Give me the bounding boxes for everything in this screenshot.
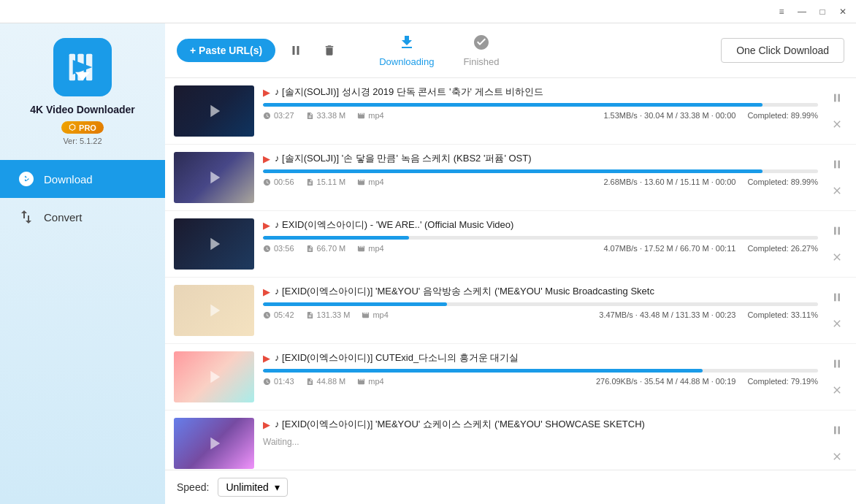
item-info: ▶ ♪ [EXID(이엑스아이디)] 'ME&YOU' 음악방송 스케치 ('M… xyxy=(263,285,818,336)
speed-label: Speed: xyxy=(177,481,209,493)
item-actions xyxy=(827,152,847,203)
svg-rect-18 xyxy=(834,427,836,435)
close-item-icon xyxy=(831,118,843,130)
main-content: + Paste URL(s) Downloa xyxy=(165,23,856,504)
svg-rect-19 xyxy=(838,427,840,435)
pause-item-icon xyxy=(831,92,843,104)
tab-finished[interactable]: Finished xyxy=(448,31,513,70)
minimize-button[interactable]: — xyxy=(795,4,809,19)
item-title: ▶ ♪ EXID(이엑스아이디) - 'WE ARE..' (Official … xyxy=(263,218,818,232)
sidebar-item-download[interactable]: Download xyxy=(0,160,165,198)
one-click-download-button[interactable]: One Click Download xyxy=(721,38,844,63)
duration: 01:43 xyxy=(263,377,294,386)
completed-text: Completed: 33.11% xyxy=(747,310,818,319)
progress-bar xyxy=(263,169,763,173)
item-info: ▶ ♪ EXID(이엑스아이디) - 'WE ARE..' (Official … xyxy=(263,218,818,270)
remove-item-button[interactable] xyxy=(827,446,847,467)
item-meta: 01:43 44.88 M mp4 276.09KB/s · 35.54 M /… xyxy=(263,377,818,386)
progress-bar-container xyxy=(263,236,818,240)
convert-nav-icon xyxy=(18,208,35,226)
logo-icon xyxy=(64,49,101,85)
item-info: ▶ ♪ [솔지(SOLJI)] '손 닿을 만큼' 녹음 스케치 (KBS2 '… xyxy=(263,152,818,203)
progress-bar xyxy=(263,103,763,107)
svg-rect-8 xyxy=(834,94,836,102)
video-icon: ▶ xyxy=(263,286,270,297)
pause-icon xyxy=(289,44,302,57)
thumbnail xyxy=(174,418,254,469)
pause-item-button[interactable] xyxy=(827,221,847,241)
speed-bar: Speed: Unlimited ▾ xyxy=(165,470,856,504)
format: mp4 xyxy=(357,177,383,186)
item-actions xyxy=(827,418,847,469)
waiting-text: Waiting... xyxy=(263,437,818,447)
table-row: ▶ ♪ [솔지(SOLJI)] '손 닿을 만큼' 녹음 스케치 (KBS2 '… xyxy=(165,145,856,211)
remove-item-button[interactable] xyxy=(827,180,847,201)
completed-text: Completed: 89.99% xyxy=(747,177,818,186)
delete-button[interactable] xyxy=(316,37,343,64)
svg-rect-13 xyxy=(838,227,840,235)
speed-value: Unlimited xyxy=(226,481,268,493)
title-bar: ≡ — □ ✕ xyxy=(0,0,856,23)
svg-rect-17 xyxy=(838,360,840,368)
svg-rect-6 xyxy=(293,46,295,55)
app-body: 4K Video Downloader ⬡ PRO Ver: 5.1.22 Do… xyxy=(0,23,856,504)
speed-info: 4.07MB/s · 17.52 M / 66.70 M · 00:11 xyxy=(603,244,735,253)
format: mp4 xyxy=(357,111,383,120)
filesize: 33.38 M xyxy=(306,111,346,120)
pro-label: PRO xyxy=(79,123,96,132)
completed-text: Completed: 79.19% xyxy=(747,377,818,386)
pro-icon: ⬡ xyxy=(69,123,76,132)
pause-item-icon xyxy=(831,225,843,237)
speed-info: 3.47MB/s · 43.48 M / 131.33 M · 00:23 xyxy=(599,310,735,319)
remove-item-button[interactable] xyxy=(827,247,847,267)
pause-item-icon xyxy=(831,358,843,370)
progress-bar xyxy=(263,369,703,373)
pause-item-button[interactable] xyxy=(827,287,847,308)
pause-item-button[interactable] xyxy=(827,154,847,175)
item-meta: 00:56 15.11 M mp4 2.68MB/s · 13.60 M / 1… xyxy=(263,177,818,186)
item-info: ▶ ♪ [EXID(이엑스아이디)] 'ME&YOU' 쇼케이스 스케치 ('M… xyxy=(263,418,818,469)
sidebar-item-convert[interactable]: Convert xyxy=(0,198,165,236)
svg-rect-15 xyxy=(838,294,840,302)
video-icon: ▶ xyxy=(263,87,270,98)
table-row: ▶ ♪ [솔지(SOLJI)] 성시경 2019 단독 콘서트 '축가' 게스트… xyxy=(165,78,856,145)
speed-info: 2.68MB/s · 13.60 M / 15.11 M · 00:00 xyxy=(603,177,735,186)
filesize: 15.11 M xyxy=(306,177,346,186)
maximize-button[interactable]: □ xyxy=(815,4,830,19)
item-title: ▶ ♪ [솔지(SOLJI)] '손 닿을 만큼' 녹음 스케치 (KBS2 '… xyxy=(263,152,818,165)
app-logo xyxy=(53,38,112,96)
progress-bar xyxy=(263,236,409,240)
paste-url-button[interactable]: + Paste URL(s) xyxy=(177,39,275,62)
remove-item-button[interactable] xyxy=(827,380,847,400)
video-icon: ▶ xyxy=(263,353,270,364)
menu-button[interactable]: ≡ xyxy=(774,4,789,19)
pause-item-button[interactable] xyxy=(827,88,847,108)
completed-text: Completed: 89.99% xyxy=(747,111,818,120)
remove-item-button[interactable] xyxy=(827,114,847,134)
svg-rect-12 xyxy=(834,227,836,235)
speed-select[interactable]: Unlimited ▾ xyxy=(218,478,287,497)
duration: 03:56 xyxy=(263,244,294,253)
format: mp4 xyxy=(357,377,383,386)
item-meta: 03:27 33.38 M mp4 1.53MB/s · 30.04 M / 3… xyxy=(263,111,818,120)
item-title: ▶ ♪ [EXID(이엑스아이디)] 'ME&YOU' 쇼케이스 스케치 ('M… xyxy=(263,418,818,431)
app-name: 4K Video Downloader xyxy=(30,104,135,115)
item-info: ▶ ♪ [솔지(SOLJI)] 성시경 2019 단독 콘서트 '축가' 게스트… xyxy=(263,85,818,137)
item-info: ▶ ♪ [EXID(이엑스아이디)] CUTExid_다소니의 흥거운 대기실 … xyxy=(263,351,818,402)
table-row: ▶ ♪ [EXID(이엑스아이디)] CUTExid_다소니의 흥거운 대기실 … xyxy=(165,344,856,411)
filesize: 131.33 M xyxy=(306,310,351,319)
close-button[interactable]: ✕ xyxy=(836,4,850,19)
item-actions xyxy=(827,85,847,137)
thumbnail xyxy=(174,85,254,137)
pause-item-button[interactable] xyxy=(827,354,847,374)
svg-rect-11 xyxy=(838,161,840,169)
toolbar: + Paste URL(s) Downloa xyxy=(165,23,856,78)
item-actions xyxy=(827,285,847,336)
pause-item-button[interactable] xyxy=(827,420,847,440)
pause-all-button[interactable] xyxy=(283,37,309,64)
filesize: 66.70 M xyxy=(306,244,346,253)
thumbnail xyxy=(174,351,254,402)
svg-rect-7 xyxy=(297,46,299,55)
remove-item-button[interactable] xyxy=(827,313,847,334)
tab-downloading[interactable]: Downloading xyxy=(364,31,448,70)
